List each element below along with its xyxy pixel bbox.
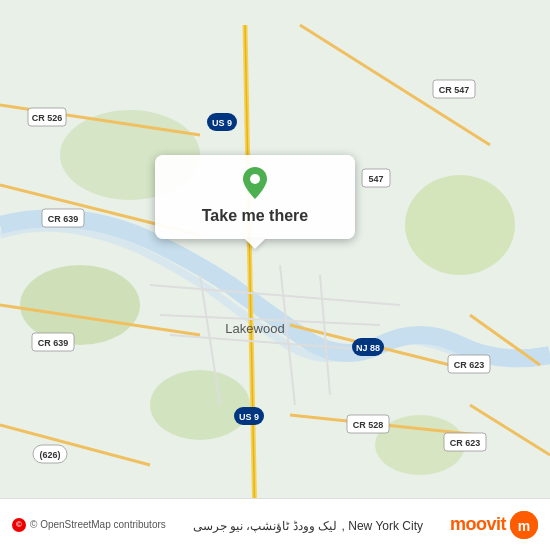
svg-text:Lakewood: Lakewood	[225, 321, 284, 336]
city-name: New York City	[348, 519, 423, 533]
footer-bar: © © OpenStreetMap contributors لیک وودڈ …	[0, 498, 550, 550]
svg-text:NJ 88: NJ 88	[356, 343, 380, 353]
osm-circle-icon: ©	[12, 518, 26, 532]
moovit-logo: moovit m	[450, 511, 538, 539]
svg-text:(626): (626)	[39, 450, 60, 460]
svg-point-3	[150, 370, 250, 440]
svg-text:CR 623: CR 623	[450, 438, 481, 448]
moovit-icon: m	[510, 511, 538, 539]
svg-text:CR 639: CR 639	[38, 338, 69, 348]
svg-text:US 9: US 9	[239, 412, 259, 422]
map-svg: CR 526 US 9 CR 547 CR 639 547 CR 639 NJ …	[0, 0, 550, 550]
svg-text:CR 528: CR 528	[353, 420, 384, 430]
location-callout[interactable]: Take me there	[155, 155, 355, 239]
svg-text:CR 639: CR 639	[48, 214, 79, 224]
location-label: لیک وودڈ ٹاؤنشپ، نیو جرسی , New York Cit…	[166, 516, 450, 534]
map-container: CR 526 US 9 CR 547 CR 639 547 CR 639 NJ …	[0, 0, 550, 550]
svg-text:CR 526: CR 526	[32, 113, 63, 123]
take-me-there-button[interactable]: Take me there	[202, 207, 308, 225]
svg-text:CR 547: CR 547	[439, 85, 470, 95]
location-pin-icon	[237, 165, 273, 201]
svg-point-2	[405, 175, 515, 275]
svg-text:m: m	[518, 518, 530, 534]
osm-attribution: © © OpenStreetMap contributors	[12, 518, 166, 532]
arabic-location: لیک وودڈ ٹاؤنشپ، نیو جرسی	[193, 519, 337, 533]
svg-point-48	[250, 174, 260, 184]
svg-text:CR 623: CR 623	[454, 360, 485, 370]
osm-text: © OpenStreetMap contributors	[30, 519, 166, 530]
svg-text:US 9: US 9	[212, 118, 232, 128]
moovit-brand-text: moovit	[450, 514, 506, 535]
svg-text:547: 547	[368, 174, 383, 184]
